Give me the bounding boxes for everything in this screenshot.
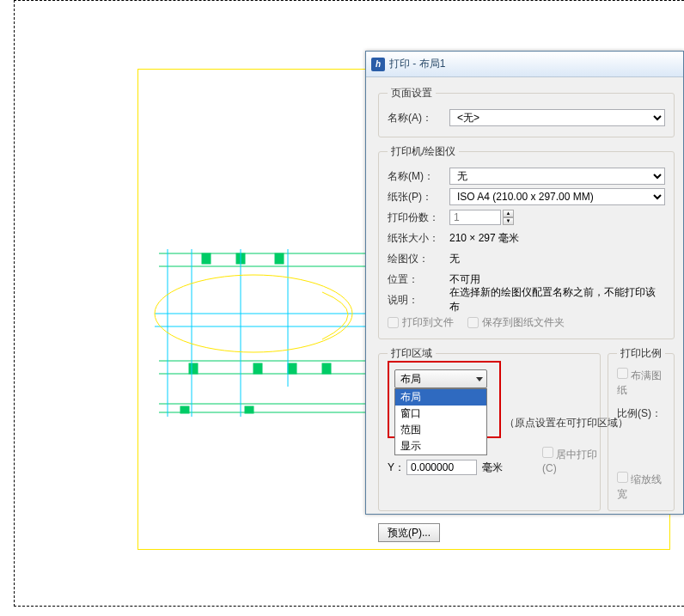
option-display[interactable]: 显示 bbox=[395, 438, 486, 454]
option-extents[interactable]: 范围 bbox=[395, 422, 486, 438]
copies-up[interactable]: ▲ bbox=[503, 210, 514, 217]
desc-label: 说明： bbox=[388, 293, 449, 308]
copies-spinner[interactable]: ▲ ▼ bbox=[503, 210, 514, 225]
center-print-checkbox[interactable] bbox=[542, 447, 553, 458]
plotter-label: 绘图仪： bbox=[388, 252, 449, 266]
print-to-file-checkbox[interactable] bbox=[388, 317, 399, 328]
copies-input[interactable] bbox=[449, 210, 501, 225]
dialog-titlebar[interactable]: h 打印 - 布局1 bbox=[366, 52, 683, 77]
print-area-group: 打印区域 打印范围(W)： 布局 布局 窗口 范围 显示 bbox=[378, 346, 601, 511]
chevron-down-icon bbox=[476, 377, 483, 381]
printer-group: 打印机/绘图仪 名称(M)： 无 纸张(P)： ISO A4 (210.00 x… bbox=[378, 144, 675, 339]
paper-select[interactable]: ISO A4 (210.00 x 297.00 MM) bbox=[449, 188, 665, 205]
paper-label: 纸张(P)： bbox=[388, 190, 449, 204]
print-to-file-label[interactable]: 打印到文件 bbox=[388, 315, 454, 330]
desc-value: 在选择新的绘图仪配置名称之前，不能打印该布 bbox=[449, 285, 665, 314]
paper-size-label: 纸张大小： bbox=[388, 231, 449, 246]
dialog-title: 打印 - 布局1 bbox=[389, 57, 445, 71]
copies-label: 打印份数： bbox=[388, 210, 449, 225]
page-setup-group: 页面设置 名称(A)： <无> bbox=[378, 86, 675, 137]
offset-note: （原点设置在可打印区域） bbox=[504, 416, 628, 430]
fit-paper-checkbox[interactable] bbox=[617, 368, 628, 379]
app-icon: h bbox=[371, 58, 385, 71]
scale-legend: 打印比例 bbox=[617, 346, 665, 361]
unit-y: 毫米 bbox=[482, 460, 503, 475]
center-print-label[interactable]: 居中打印(C) bbox=[542, 447, 600, 474]
copies-down[interactable]: ▼ bbox=[503, 217, 514, 225]
print-dialog: h 打印 - 布局1 页面设置 名称(A)： <无> 打印机/绘图仪 名称(M)… bbox=[365, 51, 684, 515]
printer-name-label: 名称(M)： bbox=[388, 169, 449, 184]
print-range-dropdown[interactable]: 布局 bbox=[394, 369, 487, 388]
print-area-legend: 打印区域 bbox=[388, 346, 436, 361]
option-window[interactable]: 窗口 bbox=[395, 406, 486, 422]
paper-size-value: 210 × 297 毫米 bbox=[449, 231, 519, 246]
page-name-label: 名称(A)： bbox=[388, 111, 449, 125]
page-setup-legend: 页面设置 bbox=[388, 86, 436, 101]
save-to-folder-checkbox[interactable] bbox=[467, 317, 479, 328]
preview-button[interactable]: 预览(P)... bbox=[378, 523, 440, 542]
save-to-folder-label[interactable]: 保存到图纸文件夹 bbox=[467, 315, 565, 330]
printer-name-select[interactable]: 无 bbox=[449, 168, 665, 185]
scale-lineweight-label[interactable]: 缩放线宽 bbox=[617, 472, 665, 502]
print-range-selected: 布局 bbox=[400, 372, 421, 387]
dropdown-highlight: 布局 布局 窗口 范围 显示 bbox=[388, 361, 501, 438]
page-name-select[interactable]: <无> bbox=[449, 109, 665, 126]
fit-paper-label[interactable]: 布满图纸 bbox=[617, 368, 665, 398]
plotter-value: 无 bbox=[449, 252, 460, 266]
location-value: 不可用 bbox=[449, 272, 480, 287]
location-label: 位置： bbox=[388, 272, 449, 287]
scale-lineweight-checkbox[interactable] bbox=[617, 472, 628, 483]
print-range-list[interactable]: 布局 窗口 范围 显示 bbox=[394, 388, 487, 455]
option-layout[interactable]: 布局 bbox=[395, 389, 486, 406]
y-input[interactable] bbox=[406, 460, 477, 475]
printer-legend: 打印机/绘图仪 bbox=[388, 144, 459, 159]
y-label: Y： bbox=[388, 460, 406, 475]
